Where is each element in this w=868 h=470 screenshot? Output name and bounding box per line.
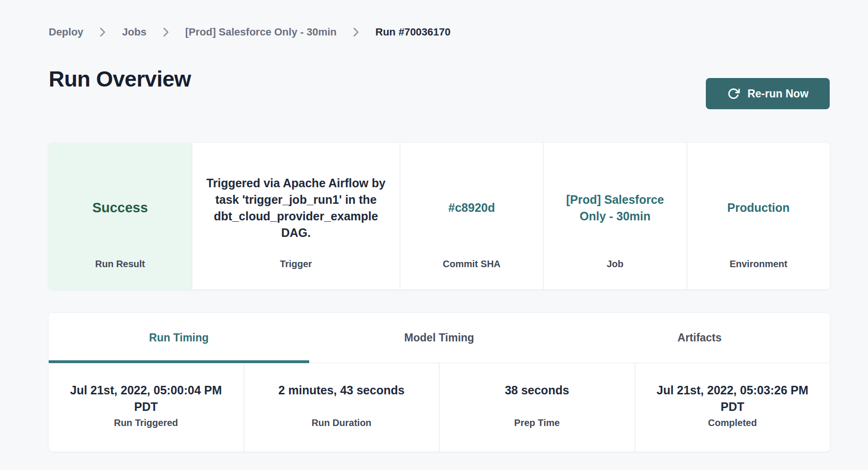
environment-cell: Production Environment xyxy=(686,143,830,289)
trigger-cell: Triggered via Apache Airflow by task 'tr… xyxy=(191,143,399,289)
breadcrumb-jobs[interactable]: Jobs xyxy=(122,26,146,38)
run-timing-panel: Jul 21st, 2022, 05:00:04 PM PDT Run Trig… xyxy=(49,363,830,452)
timing-tabbar: Run Timing Model Timing Artifacts xyxy=(49,313,830,363)
tab-model-timing[interactable]: Model Timing xyxy=(309,313,570,363)
tab-run-timing[interactable]: Run Timing xyxy=(49,313,309,363)
chevron-right-icon xyxy=(163,26,169,38)
job-cell: [Prod] Salesforce Only - 30min Job xyxy=(543,143,686,289)
rotate-cw-icon xyxy=(727,87,740,100)
run-triggered-cell: Jul 21st, 2022, 05:00:04 PM PDT Run Trig… xyxy=(49,363,243,452)
timing-card: Run Timing Model Timing Artifacts Jul 21… xyxy=(49,313,830,452)
run-summary-card: Success Run Result Triggered via Apache … xyxy=(49,143,830,289)
run-overview-page: Deploy Jobs [Prod] Salesforce Only - 30m… xyxy=(49,0,830,452)
run-result-value: Success xyxy=(92,157,148,259)
job-link[interactable]: [Prod] Salesforce Only - 30min xyxy=(557,157,673,259)
completed-cell: Jul 21st, 2022, 05:03:26 PM PDT Complete… xyxy=(634,363,830,452)
chevron-right-icon xyxy=(353,26,359,38)
breadcrumb-job-name[interactable]: [Prod] Salesforce Only - 30min xyxy=(185,26,337,38)
job-label: Job xyxy=(607,259,624,270)
rerun-now-label: Re-run Now xyxy=(747,87,808,100)
page-header: Run Overview Re-run Now xyxy=(49,65,830,109)
prep-time-label: Prep Time xyxy=(514,418,560,428)
run-triggered-value: Jul 21st, 2022, 05:00:04 PM PDT xyxy=(63,382,229,415)
completed-label: Completed xyxy=(708,418,757,428)
completed-value: Jul 21st, 2022, 05:03:26 PM PDT xyxy=(650,382,816,415)
commit-sha-cell: #c8920d Commit SHA xyxy=(399,143,543,289)
trigger-label: Trigger xyxy=(280,259,312,270)
run-duration-cell: 2 minutes, 43 seconds Run Duration xyxy=(243,363,439,452)
trigger-value: Triggered via Apache Airflow by task 'tr… xyxy=(206,157,386,259)
chevron-right-icon xyxy=(99,26,106,38)
run-duration-value: 2 minutes, 43 seconds xyxy=(278,382,405,415)
prep-time-cell: 38 seconds Prep Time xyxy=(439,363,634,452)
tab-artifacts[interactable]: Artifacts xyxy=(569,313,830,363)
run-duration-label: Run Duration xyxy=(312,418,372,428)
prep-time-value: 38 seconds xyxy=(505,382,569,415)
breadcrumb-deploy[interactable]: Deploy xyxy=(49,26,83,38)
environment-label: Environment xyxy=(729,259,787,270)
rerun-now-button[interactable]: Re-run Now xyxy=(706,78,830,109)
run-result-cell: Success Run Result xyxy=(49,143,191,289)
run-triggered-label: Run Triggered xyxy=(114,418,178,428)
run-result-label: Run Result xyxy=(95,259,145,270)
page-title: Run Overview xyxy=(49,65,191,93)
breadcrumb: Deploy Jobs [Prod] Salesforce Only - 30m… xyxy=(49,0,830,38)
breadcrumb-current-run: Run #70036170 xyxy=(375,26,451,38)
commit-sha-link[interactable]: #c8920d xyxy=(448,157,495,259)
environment-link[interactable]: Production xyxy=(727,157,790,259)
commit-sha-label: Commit SHA xyxy=(443,259,501,270)
